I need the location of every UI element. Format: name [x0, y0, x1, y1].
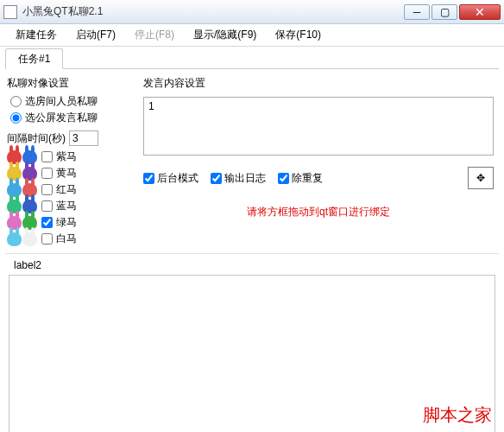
opt-dedup-label: 除重复 — [292, 171, 323, 186]
opt-backend-label: 后台模式 — [157, 171, 198, 186]
bunny-icon — [22, 150, 37, 164]
bunny-icon — [22, 200, 37, 213]
opt-log-label: 输出日志 — [224, 171, 266, 186]
interval-label: 间隔时间(秒) — [7, 131, 66, 146]
tab-task1[interactable]: 任务#1 — [5, 48, 63, 69]
tabstrip: 任务#1 — [5, 50, 499, 69]
interval-input[interactable] — [69, 130, 98, 146]
right-group-title: 发言内容设置 — [143, 76, 494, 91]
menubar: 新建任务 启动(F7) 停止(F8) 显示/隐藏(F9) 保存(F10) — [0, 24, 504, 47]
radio-room-label: 选房间人员私聊 — [25, 94, 98, 109]
color-label: 白马 — [56, 232, 77, 246]
radio-room-input[interactable] — [10, 96, 22, 107]
color-checkbox[interactable] — [41, 233, 53, 245]
left-group-title: 私聊对像设置 — [7, 76, 135, 91]
color-checkbox[interactable] — [41, 168, 53, 179]
color-label: 红马 — [56, 182, 77, 197]
titlebar: 小黑兔QT私聊2.1 ─ ▢ ✕ — [0, 0, 504, 24]
radio-screen-label: 选公屏发言私聊 — [25, 111, 98, 125]
bunny-icon — [22, 216, 37, 230]
color-check-3[interactable]: 蓝马 — [41, 199, 77, 213]
radio-screen-input[interactable] — [10, 112, 22, 124]
color-row: 白马 — [7, 232, 135, 246]
menu-toggle[interactable]: 显示/隐藏(F9) — [186, 25, 263, 45]
color-check-2[interactable]: 红马 — [41, 182, 77, 197]
radio-screen[interactable]: 选公屏发言私聊 — [10, 111, 135, 125]
color-checkbox[interactable] — [41, 184, 53, 195]
watermark-text: 脚本之家 — [423, 403, 492, 427]
color-label: 绿马 — [56, 215, 77, 230]
color-checkbox[interactable] — [41, 200, 53, 212]
radio-room[interactable]: 选房间人员私聊 — [10, 94, 135, 109]
opt-backend[interactable]: 后台模式 — [143, 171, 198, 186]
minimize-button[interactable]: ─ — [404, 4, 430, 20]
bunny-icon — [22, 232, 37, 246]
app-icon — [3, 5, 17, 19]
menu-new-task[interactable]: 新建任务 — [9, 25, 64, 45]
maximize-button[interactable]: ▢ — [432, 4, 457, 20]
color-checkbox[interactable] — [41, 151, 53, 162]
bunny-icon — [7, 150, 22, 164]
color-check-0[interactable]: 紫马 — [41, 149, 77, 164]
color-label: 蓝马 — [56, 199, 77, 213]
opt-dedup[interactable]: 除重复 — [278, 171, 323, 186]
opt-log[interactable]: 输出日志 — [211, 171, 266, 186]
bunny-icon — [7, 183, 22, 197]
drag-handle[interactable]: ✥ — [468, 167, 494, 189]
color-check-1[interactable]: 黄马 — [41, 166, 77, 181]
bunny-icon — [7, 232, 22, 246]
menu-start[interactable]: 启动(F7) — [69, 25, 123, 45]
color-checkbox[interactable] — [41, 217, 53, 228]
opt-backend-checkbox[interactable] — [143, 173, 154, 184]
color-label: 黄马 — [56, 166, 77, 181]
bunny-icon — [22, 183, 37, 197]
opt-log-checkbox[interactable] — [211, 173, 222, 184]
close-button[interactable]: ✕ — [459, 4, 501, 20]
bunny-icon — [22, 167, 37, 181]
color-check-5[interactable]: 白马 — [41, 232, 77, 246]
color-check-4[interactable]: 绿马 — [41, 215, 77, 230]
window-title: 小黑兔QT私聊2.1 — [22, 4, 404, 19]
bunny-icon — [7, 200, 22, 213]
bunny-icon — [7, 167, 22, 181]
message-textarea[interactable] — [143, 97, 494, 156]
hint-text: 请将方框拖动到qt窗口进行绑定 — [143, 205, 494, 219]
move-icon: ✥ — [476, 172, 485, 184]
menu-stop: 停止(F8) — [128, 25, 181, 45]
label2: label2 — [5, 254, 499, 275]
bunny-icon — [7, 216, 22, 230]
opt-dedup-checkbox[interactable] — [278, 173, 289, 184]
color-label: 紫马 — [56, 149, 77, 164]
menu-save[interactable]: 保存(F10) — [268, 25, 328, 45]
